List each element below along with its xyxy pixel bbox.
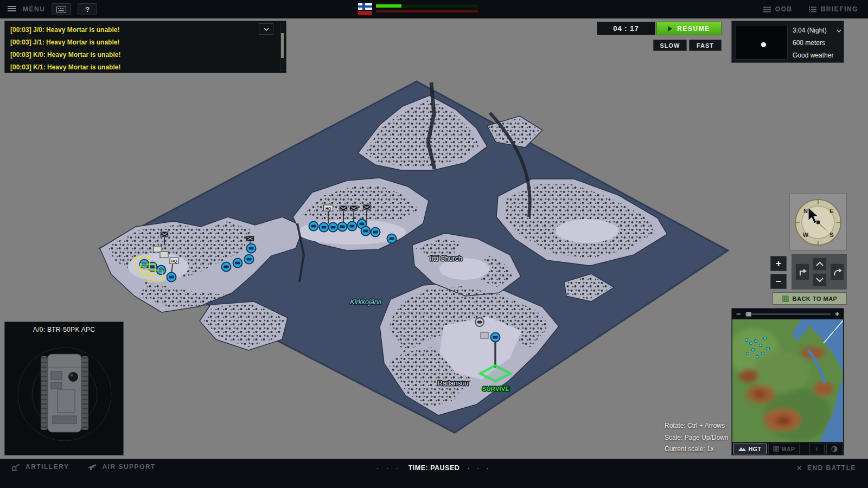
grid-icon <box>782 296 789 302</box>
mountain-icon <box>738 446 746 451</box>
unit-flag[interactable] <box>340 206 348 211</box>
compass-e: E <box>829 208 833 214</box>
log-message: [00:03] K/0: Heavy Mortar is unable! <box>10 49 267 61</box>
air-support-label: AIR SUPPORT <box>102 463 156 471</box>
help-button[interactable]: ? <box>78 3 97 15</box>
unit-card[interactable] <box>154 246 162 252</box>
bottom-bar: ARTILLERY AIR SUPPORT · · · TIME: PAUSED… <box>0 459 868 488</box>
time-of-day: 3:04 (Night) <box>793 27 827 34</box>
minimap-zoom-in-button[interactable]: + <box>834 310 840 318</box>
briefing-label: BRIEFING <box>821 5 858 13</box>
unit-marker[interactable] <box>387 234 397 243</box>
unit-title: A/0: BTR-50PK APC <box>5 322 123 333</box>
close-icon: × <box>797 463 802 472</box>
unit-marker[interactable] <box>329 223 338 232</box>
zoom-out-button[interactable]: − <box>770 274 787 289</box>
scrollbar-thumb[interactable] <box>281 33 284 58</box>
list-icon <box>809 7 816 12</box>
menu-button[interactable]: MENU <box>23 5 45 13</box>
resume-button[interactable]: RESUME <box>656 22 722 35</box>
minimap-terrain[interactable] <box>732 319 843 442</box>
back-to-map-button[interactable]: BACK TO MAP <box>773 292 847 305</box>
rotate-left-icon <box>797 267 807 277</box>
back-to-map-label: BACK TO MAP <box>793 296 838 302</box>
unit-marker[interactable] <box>320 223 329 232</box>
tilt-up-button[interactable] <box>813 258 827 271</box>
hq-flag-label: HQ <box>326 207 331 211</box>
unit-marker[interactable] <box>348 222 357 231</box>
keyboard-shortcuts-button[interactable] <box>52 3 71 15</box>
hamburger-menu-icon[interactable] <box>8 4 16 14</box>
unit-marker[interactable] <box>361 227 371 236</box>
unit-marker[interactable] <box>481 332 488 338</box>
log-collapse-button[interactable] <box>259 23 273 35</box>
air-support-button[interactable]: AIR SUPPORT <box>87 463 156 471</box>
force-status <box>358 3 478 15</box>
unit-flag[interactable] <box>363 204 371 210</box>
end-battle-button[interactable]: × END BATTLE <box>797 463 856 472</box>
map-label-church: Iitti Church <box>430 255 462 262</box>
minimap-map-button[interactable]: MAP <box>768 444 800 454</box>
plane-icon <box>87 464 97 471</box>
minimap-hgt-button[interactable]: HGT <box>733 444 767 454</box>
moon-icon <box>761 42 766 47</box>
minimap-info-button[interactable]: i <box>809 444 825 454</box>
unit-marker[interactable] <box>222 262 231 272</box>
objective-label: SURVIVE <box>482 386 510 392</box>
chevron-down-icon <box>815 277 824 282</box>
compass[interactable]: N E S W <box>789 193 847 251</box>
unit-marker[interactable] <box>491 333 500 342</box>
battle-timer: 04 : 17 <box>597 22 655 35</box>
artillery-icon <box>11 464 21 471</box>
tilt-down-button[interactable] <box>813 273 827 286</box>
map-label-lake: Kirkkojärvi <box>350 298 382 306</box>
chevron-down-icon[interactable] <box>837 27 841 34</box>
message-log-panel: [00:03] J/0: Heavy Mortar is unable! [00… <box>4 21 286 73</box>
hgt-label: HGT <box>749 446 762 452</box>
briefing-button[interactable]: BRIEFING <box>809 5 858 13</box>
keyboard-icon <box>56 7 66 12</box>
camera-rotate-pad <box>792 254 847 290</box>
log-message: [00:03] J/1: Heavy Mortar is unable! <box>10 36 267 49</box>
compass-w: W <box>803 232 809 238</box>
play-icon <box>668 26 672 31</box>
map-terrain <box>100 81 728 433</box>
unit-marker[interactable] <box>167 273 176 282</box>
minimap-zoom-out-button[interactable]: − <box>735 310 742 318</box>
unit-flag[interactable] <box>350 206 358 211</box>
rotate-left-button[interactable] <box>795 264 809 280</box>
unit-marker[interactable] <box>233 259 242 268</box>
chevron-up-icon <box>815 261 824 267</box>
finland-flag-icon <box>358 3 372 10</box>
unit-marker[interactable] <box>371 228 380 237</box>
minimap-contrast-button[interactable] <box>826 444 843 454</box>
slider-thumb[interactable] <box>746 312 751 317</box>
minimap-panel: − + <box>731 308 844 455</box>
enemy-flag-icon <box>358 11 372 15</box>
zoom-in-button[interactable]: + <box>770 256 787 271</box>
unit-marker[interactable] <box>245 255 254 264</box>
unit-marker[interactable] <box>338 222 347 232</box>
oob-button[interactable]: OOB <box>763 5 793 13</box>
minimap-zoom-slider[interactable] <box>745 313 831 315</box>
unit-marker[interactable] <box>247 244 256 253</box>
artillery-button[interactable]: ARTILLERY <box>11 463 69 471</box>
oob-label: OOB <box>775 5 793 13</box>
grid-icon <box>773 446 779 452</box>
unit-flag[interactable] <box>161 232 169 237</box>
enemy-strength-bar <box>375 10 478 13</box>
slow-button[interactable]: SLOW <box>653 40 687 51</box>
unit-flag[interactable] <box>246 236 254 241</box>
moon-phase-display <box>736 25 788 60</box>
dots: · · · <box>467 464 491 472</box>
log-scrollbar[interactable] <box>280 23 284 71</box>
unit-card[interactable] <box>160 252 168 258</box>
unit-marker[interactable] <box>475 318 484 326</box>
time-status: · · · TIME: PAUSED · · · <box>376 464 492 472</box>
fast-button[interactable]: FAST <box>689 40 722 51</box>
dots: · · · <box>376 464 400 472</box>
compass-n: N <box>803 208 808 214</box>
log-message: [00:03] K/1: Heavy Mortar is unable! <box>10 61 267 74</box>
unit-marker[interactable] <box>309 222 318 231</box>
rotate-right-button[interactable] <box>830 264 844 280</box>
